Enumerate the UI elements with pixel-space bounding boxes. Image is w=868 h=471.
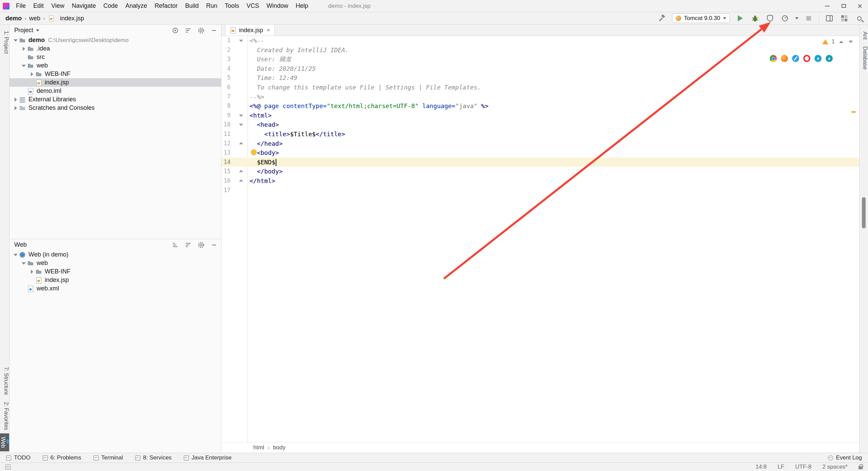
- chevron-right-icon[interactable]: [20, 45, 27, 52]
- code-line-16[interactable]: 16</html>: [221, 176, 859, 186]
- code-editor-area[interactable]: 1<%--2 Created by IntelliJ IDEA.3 User: …: [221, 36, 859, 442]
- breadcrumb-item-index-jsp[interactable]: index.jsp: [60, 15, 84, 22]
- tab-close-icon[interactable]: ×: [267, 26, 270, 34]
- tree-item-index-jsp[interactable]: index.jsp: [9, 276, 221, 284]
- chevron-right-icon[interactable]: [28, 268, 35, 275]
- code-line-6[interactable]: 6 To change this template use File | Set…: [221, 83, 859, 92]
- code-line-13[interactable]: 13 <body>: [221, 148, 859, 158]
- ie-browser-icon[interactable]: [814, 55, 822, 62]
- expand-all-icon[interactable]: [172, 241, 179, 249]
- settings-gear-icon[interactable]: [197, 27, 205, 34]
- search-everywhere-icon[interactable]: [854, 14, 864, 23]
- menu-refactor[interactable]: Refactor: [151, 0, 181, 12]
- menu-run[interactable]: Run: [202, 0, 221, 12]
- toolwindow-button-java-enterprise[interactable]: Java Enterprise: [184, 454, 232, 461]
- chevron-down-icon[interactable]: [20, 62, 27, 69]
- toolwindow-toggle-icon[interactable]: [5, 465, 11, 470]
- hide-panel-icon[interactable]: [210, 241, 218, 249]
- fold-down-icon[interactable]: [231, 111, 248, 120]
- toolwindow-button-6-problems[interactable]: 6: Problems: [43, 454, 81, 461]
- tree-item-web[interactable]: web: [9, 259, 221, 267]
- breadcrumb-item-demo[interactable]: demo: [5, 15, 22, 22]
- code-line-14[interactable]: 14 $END$: [221, 158, 859, 167]
- fold-up-icon[interactable]: [231, 167, 248, 176]
- toolwindow-button-7-structure[interactable]: 7: Structure: [0, 364, 9, 398]
- tree-item-demo-iml[interactable]: demo.iml: [9, 87, 221, 95]
- code-line-1[interactable]: 1<%--: [221, 36, 859, 45]
- toolwindow-button-ant[interactable]: Ant: [860, 28, 868, 43]
- menu-vcs[interactable]: VCS: [243, 0, 263, 12]
- locate-file-icon[interactable]: [172, 27, 179, 34]
- code-line-7[interactable]: 7--%>: [221, 92, 859, 102]
- status-14-8[interactable]: 14:8: [755, 464, 767, 470]
- code-line-12[interactable]: 12 </head>: [221, 139, 859, 148]
- tree-item-idea[interactable]: .idea: [9, 44, 221, 53]
- warning-stripe-mark[interactable]: [851, 111, 856, 113]
- menu-navigate[interactable]: Navigate: [68, 0, 100, 12]
- fold-up-icon[interactable]: [231, 176, 248, 186]
- coverage-button[interactable]: [765, 14, 775, 23]
- tree-item-web-inf[interactable]: WEB-INF: [9, 70, 221, 78]
- settings-gear-icon[interactable]: [197, 241, 205, 249]
- chrome-browser-icon[interactable]: [770, 55, 777, 62]
- tree-item-web-in-demo[interactable]: Web (in demo): [9, 250, 221, 259]
- intention-bulb-icon[interactable]: [251, 149, 257, 155]
- collapse-all-icon[interactable]: [184, 27, 192, 34]
- firefox-browser-icon[interactable]: [781, 55, 788, 62]
- tree-item-index-jsp[interactable]: index.jsp: [9, 78, 221, 87]
- debug-button[interactable]: [750, 14, 760, 23]
- chevron-down-icon[interactable]: [36, 29, 39, 32]
- build-hammer-icon[interactable]: [657, 14, 667, 23]
- code-line-9[interactable]: 9<html>: [221, 111, 859, 120]
- menu-analyze[interactable]: Analyze: [122, 0, 151, 12]
- chevron-down-icon[interactable]: [12, 251, 19, 258]
- safari-browser-icon[interactable]: [792, 55, 799, 62]
- scrollbar-thumb[interactable]: [862, 197, 866, 228]
- close-button[interactable]: ×: [852, 0, 868, 12]
- opera-browser-icon[interactable]: [803, 55, 810, 62]
- fold-down-icon[interactable]: [231, 120, 248, 129]
- editor-breadcrumb-body[interactable]: body: [273, 444, 285, 451]
- code-line-15[interactable]: 15 </body>: [221, 167, 859, 176]
- chevron-right-icon[interactable]: [28, 71, 35, 78]
- tree-item-scratches-and-consoles[interactable]: Scratches and Consoles: [9, 104, 221, 112]
- code-line-17[interactable]: 17: [221, 186, 859, 195]
- menu-help[interactable]: Help: [292, 0, 312, 12]
- maximize-button[interactable]: [835, 0, 852, 12]
- menu-edit[interactable]: Edit: [29, 0, 47, 12]
- fold-up-icon[interactable]: [231, 139, 248, 148]
- fold-down-icon[interactable]: [231, 36, 248, 45]
- code-line-11[interactable]: 11 <title>$Title$</title>: [221, 129, 859, 139]
- hide-panel-icon[interactable]: [210, 27, 218, 34]
- event-log-button[interactable]: Event Log: [828, 454, 862, 461]
- toolwindow-button-2-favorites[interactable]: 2: Favorites: [0, 398, 9, 434]
- menu-build[interactable]: Build: [181, 0, 202, 12]
- warning-triangle-icon[interactable]: [822, 39, 828, 44]
- breadcrumb-item-web[interactable]: web: [29, 15, 40, 22]
- run-configuration-select[interactable]: Tomcat 9.0.30: [672, 14, 730, 23]
- tab-index-jsp[interactable]: index.jsp ×: [225, 25, 275, 36]
- menu-tools[interactable]: Tools: [221, 0, 243, 12]
- previous-highlight-icon[interactable]: [838, 39, 844, 45]
- code-line-2[interactable]: 2 Created by IntelliJ IDEA.: [221, 45, 859, 55]
- status-utf-8[interactable]: UTF-8: [795, 464, 811, 470]
- minimize-button[interactable]: [819, 0, 835, 12]
- tree-item-web[interactable]: web: [9, 61, 221, 70]
- toolwindow-button-1-project[interactable]: 1: Project: [0, 27, 9, 57]
- next-highlight-icon[interactable]: [848, 39, 854, 45]
- toolwindow-button-8-services[interactable]: 8: Services: [135, 454, 172, 461]
- profiler-dropdown-icon[interactable]: [795, 17, 798, 19]
- toolwindow-button-todo[interactable]: TODO: [6, 454, 31, 461]
- toolwindow-button-web[interactable]: Web: [0, 433, 9, 451]
- code-line-4[interactable]: 4 Date: 2020/11/25: [221, 64, 859, 74]
- menu-file[interactable]: File: [12, 0, 29, 12]
- chevron-down-icon[interactable]: [12, 37, 19, 44]
- chevron-down-icon[interactable]: [20, 260, 27, 267]
- chevron-right-icon[interactable]: [12, 96, 19, 103]
- chevron-right-icon[interactable]: [12, 105, 19, 111]
- toolwindow-button-terminal[interactable]: Terminal: [94, 454, 123, 461]
- readonly-lock-icon[interactable]: [859, 466, 863, 469]
- code-line-5[interactable]: 5 Time: 12:49: [221, 73, 859, 83]
- tree-item-demo[interactable]: demoC:\Users\gcswei\Desktop\demo: [9, 36, 221, 44]
- edge-browser-icon[interactable]: [826, 55, 833, 62]
